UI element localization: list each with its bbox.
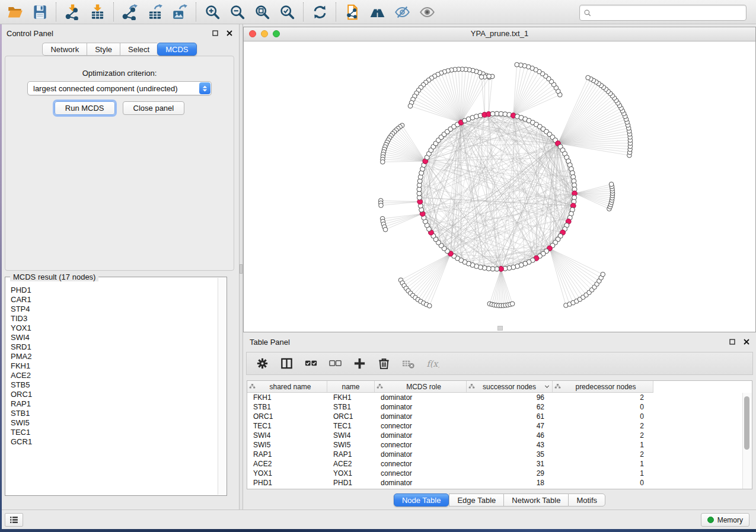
export-image-button[interactable] <box>170 2 189 21</box>
table-row[interactable]: FKH1FKH1dominator962 <box>247 393 752 402</box>
table-row[interactable]: SWI5SWI5connector431 <box>247 440 752 450</box>
tab-style[interactable]: Style <box>87 43 120 56</box>
mcds-result-item[interactable]: ORC1 <box>11 390 218 399</box>
zoom-fit-button[interactable] <box>253 2 272 21</box>
memory-status-icon <box>707 517 714 523</box>
tab-select[interactable]: Select <box>120 43 157 56</box>
apply-layout-button[interactable] <box>310 2 329 21</box>
zoom-selected-button[interactable] <box>277 2 296 21</box>
mcds-result-item[interactable]: GCR1 <box>11 437 218 447</box>
select-all-button[interactable] <box>302 355 319 372</box>
cell-name: ACE2 <box>327 460 375 468</box>
mcds-result-item[interactable]: SWI4 <box>11 333 218 342</box>
cell-predecessor-nodes: 2 <box>553 422 652 430</box>
show-all-icon <box>419 4 435 20</box>
table-row[interactable]: ACE2ACE2connector311 <box>247 459 752 469</box>
maximize-window-button[interactable] <box>273 30 280 37</box>
mcds-result-item[interactable]: STP4 <box>11 305 218 314</box>
export-image-icon <box>172 4 188 20</box>
panel-menu-button[interactable] <box>5 513 23 527</box>
column-header-successor-nodes[interactable]: successor nodes <box>467 381 553 392</box>
cell-name: STB1 <box>327 403 375 411</box>
columns-button[interactable] <box>278 355 295 372</box>
table-row[interactable]: TEC1TEC1connector472 <box>247 421 752 431</box>
open-session-button[interactable] <box>5 2 24 21</box>
mcds-result-item[interactable]: TEC1 <box>11 428 218 437</box>
import-table-button[interactable] <box>88 2 107 21</box>
mcds-result-item[interactable]: RAP1 <box>11 399 218 409</box>
run-mcds-button[interactable]: Run MCDS <box>55 101 115 115</box>
tab-network-table[interactable]: Network Table <box>503 493 568 507</box>
search-input[interactable] <box>594 8 742 18</box>
mcds-result-item[interactable]: SRD1 <box>11 342 218 352</box>
table-row[interactable]: YOX1YOX1connector291 <box>247 469 752 478</box>
minimize-window-button[interactable] <box>261 30 268 37</box>
export-table-button[interactable] <box>145 2 164 21</box>
tab-network[interactable]: Network <box>42 43 87 56</box>
network-window-titlebar[interactable]: YPA_prune.txt_1 <box>244 27 755 41</box>
table-row[interactable]: PHD1PHD1dominator180 <box>247 478 752 488</box>
mcds-result-item[interactable]: TID3 <box>11 314 218 323</box>
mcds-result-item[interactable]: ACE2 <box>11 371 218 380</box>
mcds-result-item[interactable]: CAR1 <box>11 295 218 305</box>
function-builder-icon: f(x) <box>426 357 439 370</box>
mcds-result-item[interactable]: PHD1 <box>11 286 218 295</box>
network-canvas[interactable] <box>244 41 755 332</box>
network-from-file-button[interactable] <box>343 2 362 21</box>
column-header-name[interactable]: name <box>327 381 375 392</box>
close-window-button[interactable] <box>249 30 256 37</box>
zoom-out-button[interactable] <box>228 2 247 21</box>
export-network-button[interactable] <box>120 2 139 21</box>
table-row[interactable]: STB1STB1dominator620 <box>247 402 752 412</box>
optimization-criterion-select[interactable]: largest connected component (undirected) <box>27 81 212 95</box>
table-row[interactable]: RAP1RAP1dominator352 <box>247 450 752 459</box>
float-icon <box>729 338 736 345</box>
add-row-button[interactable] <box>351 355 368 372</box>
zoom-in-icon <box>205 4 221 20</box>
tab-node-table[interactable]: Node Table <box>394 493 449 507</box>
table-settings-button[interactable] <box>254 355 270 372</box>
float-table-panel-button[interactable] <box>728 338 736 346</box>
tab-edge-table[interactable]: Edge Table <box>449 493 503 507</box>
scrollbar-thumb[interactable] <box>744 396 749 450</box>
mcds-result-item[interactable]: SWI5 <box>11 418 218 428</box>
hide-selected-button[interactable] <box>393 2 412 21</box>
tab-mcds[interactable]: MCDS <box>157 43 196 56</box>
desktop-wallpaper-edge <box>0 24 2 529</box>
table-row[interactable]: ORC1ORC1dominator610 <box>247 412 752 421</box>
close-table-panel-button[interactable] <box>742 338 751 346</box>
mcds-result-item[interactable]: YOX1 <box>11 323 218 333</box>
mcds-result-scrollbar[interactable] <box>218 278 226 495</box>
splitter-grip[interactable] <box>240 264 243 274</box>
delete-row-button[interactable] <box>375 355 392 372</box>
import-network-button[interactable] <box>63 2 82 21</box>
column-header-predecessor-nodes[interactable]: predecessor nodes <box>553 381 652 392</box>
deselect-all-button[interactable] <box>327 355 343 372</box>
horizontal-splitter-grip[interactable] <box>497 326 503 331</box>
vertical-splitter[interactable] <box>239 24 243 510</box>
table-row[interactable]: SWI4SWI4dominator462 <box>247 431 752 440</box>
mcds-result-item[interactable]: STB5 <box>11 380 218 390</box>
mcds-result-item[interactable]: FKH1 <box>11 361 218 371</box>
search-box[interactable] <box>579 5 747 21</box>
column-header-mcds-role[interactable]: MCDS role <box>375 381 467 392</box>
sort-desc-icon <box>544 383 550 390</box>
close-mcds-panel-button[interactable]: Close panel <box>123 101 185 115</box>
cell-shared-name: YOX1 <box>247 469 327 477</box>
table-scrollbar[interactable] <box>742 393 752 489</box>
save-session-button[interactable] <box>30 2 49 21</box>
tab-motifs[interactable]: Motifs <box>568 493 605 507</box>
close-panel-button[interactable] <box>225 29 234 37</box>
mcds-result-item[interactable]: PMA2 <box>11 352 218 361</box>
zoom-in-button[interactable] <box>203 2 222 21</box>
mcds-result-item[interactable]: STB1 <box>11 409 218 418</box>
node-table: shared namenameMCDS rolesuccessor nodesp… <box>247 380 752 489</box>
attribute-icon <box>554 383 561 390</box>
memory-button[interactable]: Memory <box>701 513 749 527</box>
first-neighbors-button[interactable] <box>368 2 387 21</box>
float-panel-button[interactable] <box>211 29 219 37</box>
column-header-shared-name[interactable]: shared name <box>247 381 327 392</box>
first-neighbors-icon <box>369 4 385 20</box>
cell-mcds-role: dominator <box>375 450 467 459</box>
toolbar-separator <box>336 2 336 21</box>
